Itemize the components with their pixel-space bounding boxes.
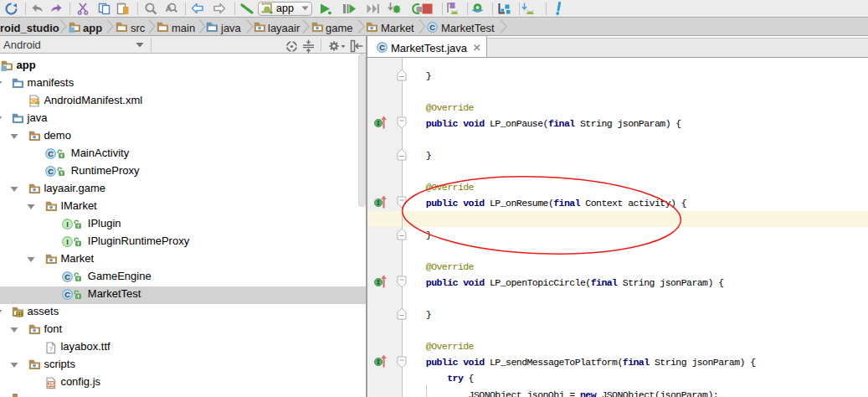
svg-text:C: C xyxy=(429,23,435,32)
svg-text:C: C xyxy=(48,168,54,176)
svg-text:I: I xyxy=(66,238,69,246)
svg-text:I: I xyxy=(66,220,69,229)
svg-text:C: C xyxy=(48,150,54,158)
svg-text:JS: JS xyxy=(48,380,55,386)
svg-text:C: C xyxy=(64,291,70,299)
svg-text:C: C xyxy=(64,273,70,281)
svg-text:C: C xyxy=(379,44,385,52)
svg-text:?: ? xyxy=(49,345,53,353)
